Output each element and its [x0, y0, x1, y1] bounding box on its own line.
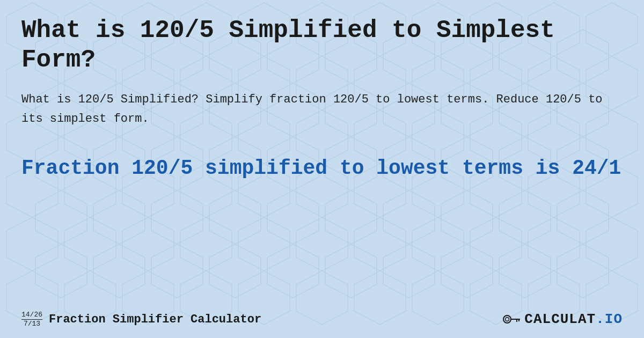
- logo-text: CALCULAT.IO: [524, 311, 623, 327]
- footer-brand-label: Fraction Simplifier Calculator: [49, 313, 261, 326]
- footer-fraction: 14/26 7/13: [21, 311, 42, 328]
- footer-right: CALCULAT.IO: [503, 311, 623, 327]
- calculat-logo: CALCULAT.IO: [503, 311, 623, 327]
- logo-key-icon: [503, 312, 522, 327]
- footer-left: 14/26 7/13 Fraction Simplifier Calculato…: [21, 311, 261, 328]
- svg-point-119: [503, 315, 511, 323]
- fraction-denominator: 7/13: [24, 320, 40, 328]
- result-section: Fraction 120/5 simplified to lowest term…: [21, 155, 623, 181]
- result-title: Fraction 120/5 simplified to lowest term…: [21, 155, 623, 181]
- logo-io: .IO: [596, 311, 623, 327]
- svg-point-120: [506, 318, 509, 321]
- description-text: What is 120/5 Simplified? Simplify fract…: [21, 90, 623, 128]
- fraction-numerator: 14/26: [21, 311, 42, 320]
- footer: 14/26 7/13 Fraction Simplifier Calculato…: [21, 311, 623, 328]
- page-title: What is 120/5 Simplified to Simplest For…: [21, 16, 623, 75]
